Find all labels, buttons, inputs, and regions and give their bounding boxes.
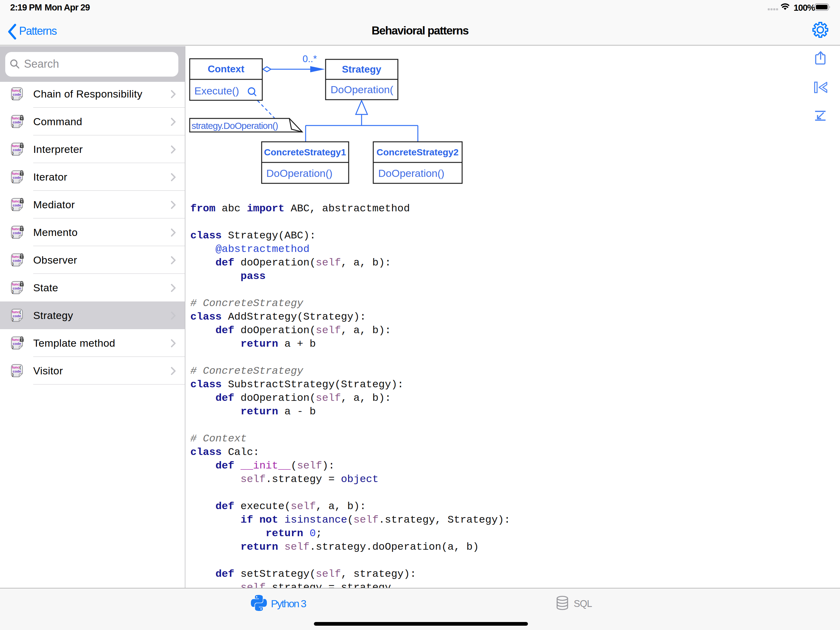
svg-text:DoOperation(): DoOperation() xyxy=(378,167,444,179)
svg-text:DoOperation(: DoOperation( xyxy=(330,84,393,95)
svg-text:strategy.DoOperation(): strategy.DoOperation() xyxy=(191,120,278,131)
svg-text:0..*: 0..* xyxy=(303,54,317,64)
svg-text:Strategy: Strategy xyxy=(342,64,381,75)
svg-text:Execute(): Execute() xyxy=(194,85,239,97)
svg-text:ConcreteStrategy2: ConcreteStrategy2 xyxy=(377,147,459,157)
svg-text:DoOperation(): DoOperation() xyxy=(266,167,332,179)
svg-text:Context: Context xyxy=(208,63,244,74)
svg-text:ConcreteStrategy1: ConcreteStrategy1 xyxy=(264,147,346,157)
